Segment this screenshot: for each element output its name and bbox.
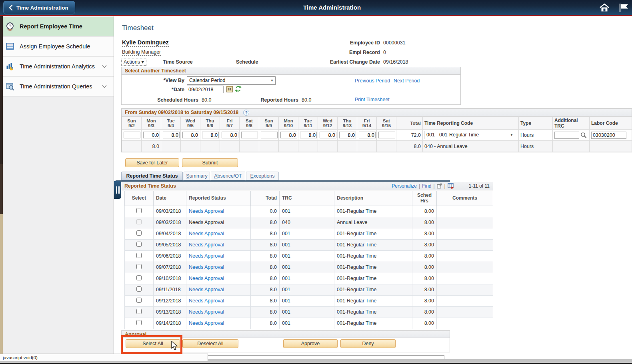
- row-total: 72.0: [396, 130, 423, 141]
- back-button[interactable]: Time Administration: [3, 1, 75, 14]
- download-to-excel-icon[interactable]: [448, 183, 454, 189]
- scheduled-hours-value: 80.0: [202, 97, 211, 103]
- day-hours-input[interactable]: [339, 132, 356, 138]
- additional-trc-input[interactable]: [554, 132, 579, 139]
- tab-absence-ot[interactable]: Absence/OT: [211, 172, 245, 180]
- day-hours-input[interactable]: [241, 132, 258, 138]
- needs-approval-link[interactable]: Needs Approval: [189, 231, 224, 236]
- view-by-select[interactable]: Calendar Period ▼: [187, 76, 276, 85]
- find-link[interactable]: Find: [422, 183, 431, 189]
- personalize-link[interactable]: Personalize: [392, 183, 417, 189]
- flag-icon[interactable]: [618, 3, 629, 12]
- day-hours-input[interactable]: [143, 132, 160, 138]
- employee-role-link[interactable]: Building Manager: [122, 49, 161, 56]
- tab-summary[interactable]: Summary: [184, 172, 210, 180]
- table-row: 09/10/2018 Needs Approval 8.0 001 001-Re…: [125, 273, 493, 284]
- empl-record-value: 0: [383, 50, 386, 55]
- row-select-checkbox[interactable]: [136, 264, 142, 269]
- day-hours-input[interactable]: [202, 132, 219, 138]
- row-type: Hours: [519, 130, 553, 141]
- sidebar-item-report-employee-time[interactable]: Report Employee Time: [3, 17, 114, 36]
- day-hours-input[interactable]: [378, 132, 395, 138]
- day-hours-input[interactable]: [300, 132, 317, 138]
- day-hours-input[interactable]: [280, 132, 297, 138]
- grid-period-title: From Sunday 09/02/2018 to Saturday 09/15…: [125, 110, 238, 115]
- actions-menu-button[interactable]: Actions ▾: [121, 58, 146, 66]
- collapse-handle[interactable]: [114, 181, 121, 199]
- needs-approval-link[interactable]: Needs Approval: [189, 298, 224, 304]
- needs-approval-link[interactable]: Needs Approval: [189, 320, 224, 326]
- view-all-popout-icon[interactable]: [437, 183, 442, 189]
- table-row: 09/12/2018 Needs Approval 8.0 001 001-Re…: [125, 295, 493, 306]
- needs-approval-link[interactable]: Needs Approval: [189, 287, 224, 292]
- next-period-link[interactable]: Next Period: [394, 78, 420, 84]
- browser-status-tooltip: javascript:void(0): [0, 354, 208, 361]
- home-icon[interactable]: [599, 3, 610, 12]
- deselect-all-button[interactable]: Deselect All: [182, 339, 238, 348]
- day-hours-input[interactable]: [320, 132, 336, 138]
- select-all-button[interactable]: Select All: [126, 339, 180, 348]
- deny-button[interactable]: Deny: [340, 339, 396, 348]
- sidebar-item-time-administration-analytics[interactable]: Time Administration Analytics: [3, 57, 114, 76]
- sidebar-item-time-administration-queries[interactable]: Time Administration Queries: [3, 77, 114, 96]
- table-header-row: Select Date Reported Status Total TRC De…: [125, 191, 493, 206]
- day-hours-input[interactable]: [163, 132, 180, 138]
- table-row: 09/14/2018 Needs Approval 8.0 001 001-Re…: [125, 318, 493, 329]
- day-hours-input[interactable]: [124, 132, 140, 138]
- search-icon[interactable]: [580, 132, 587, 138]
- timesheet-grid: Sun9/2 Mon9/3 Tue9/4 Wed9/5 Thu9/6 Fri9/…: [122, 116, 632, 152]
- row-select-checkbox[interactable]: [136, 309, 142, 314]
- previous-period-link[interactable]: Previous Period: [355, 78, 390, 84]
- page-header-title: Time Administration: [68, 4, 596, 11]
- row-type: Hours: [519, 141, 553, 152]
- approve-button[interactable]: Approve: [283, 339, 338, 348]
- day-hours-input[interactable]: [222, 132, 238, 138]
- reported-hours-value: 80.0: [302, 97, 311, 103]
- row-select-checkbox[interactable]: [136, 320, 142, 325]
- table-row: 09/07/2018 Needs Approval 8.0 001 001-Re…: [125, 262, 493, 273]
- clock-icon: [6, 22, 14, 31]
- grid-additional-trc-header: Additional TRC: [553, 117, 590, 130]
- needs-approval-link[interactable]: Needs Approval: [189, 208, 224, 214]
- refresh-icon[interactable]: [235, 85, 242, 92]
- tab-reported-time-status[interactable]: Reported Time Status: [121, 172, 183, 180]
- print-timesheet-link[interactable]: Print Timesheet: [355, 97, 390, 102]
- row-select-checkbox[interactable]: [136, 230, 142, 236]
- empl-record-label: Empl Record: [300, 50, 380, 55]
- employee-name-link[interactable]: Kylie Dominguez: [122, 39, 169, 47]
- grid-type-header: Type: [519, 117, 553, 130]
- trc-select[interactable]: 001 - 001-Regular Time ▼: [424, 131, 515, 139]
- row-select-checkbox[interactable]: [136, 208, 142, 213]
- col-description: Description: [334, 191, 412, 206]
- date-input[interactable]: [187, 86, 224, 93]
- page-title: Timesheet: [122, 24, 154, 32]
- needs-approval-link[interactable]: Needs Approval: [189, 253, 224, 259]
- sidebar-item-label: Assign Employee Schedule: [20, 43, 90, 50]
- calendar-picker-icon[interactable]: 31: [226, 86, 233, 92]
- save-for-later-button[interactable]: Save for Later: [125, 158, 179, 167]
- col-total: Total: [251, 191, 280, 206]
- day-hours-input[interactable]: [359, 132, 376, 138]
- needs-approval-link[interactable]: Needs Approval: [189, 242, 224, 248]
- help-icon[interactable]: ?: [243, 110, 249, 116]
- needs-approval-link[interactable]: Needs Approval: [189, 309, 224, 315]
- day-hours-input[interactable]: [261, 132, 278, 138]
- submit-button[interactable]: Submit: [182, 158, 238, 167]
- row-select-checkbox[interactable]: [136, 275, 142, 280]
- row-select-checkbox[interactable]: [136, 286, 142, 292]
- row-select-checkbox[interactable]: [136, 253, 142, 258]
- grid-labor-code-header: Labor Code: [590, 117, 632, 130]
- row-select-checkbox[interactable]: [136, 242, 142, 247]
- needs-approval-link[interactable]: Needs Approval: [189, 264, 224, 270]
- table-row: 09/13/2018 Needs Approval 8.0 001 001-Re…: [125, 306, 493, 318]
- back-chevron-icon: [8, 4, 13, 11]
- labor-code-input[interactable]: [591, 132, 626, 139]
- needs-approval-link[interactable]: Needs Approval: [189, 276, 224, 281]
- grid-entry-row: 72.0 001 - 001-Regular Time ▼ Hours: [122, 130, 632, 141]
- day-hours-input[interactable]: [182, 132, 199, 138]
- sidebar-item-assign-employee-schedule[interactable]: Assign Employee Schedule: [3, 37, 114, 56]
- row-select-checkbox[interactable]: [136, 298, 142, 303]
- col-reported-status: Reported Status: [186, 191, 251, 206]
- tab-exceptions[interactable]: Exceptions: [246, 172, 279, 180]
- table-row: 09/04/2018 Needs Approval 8.0 001 001-Re…: [125, 228, 493, 239]
